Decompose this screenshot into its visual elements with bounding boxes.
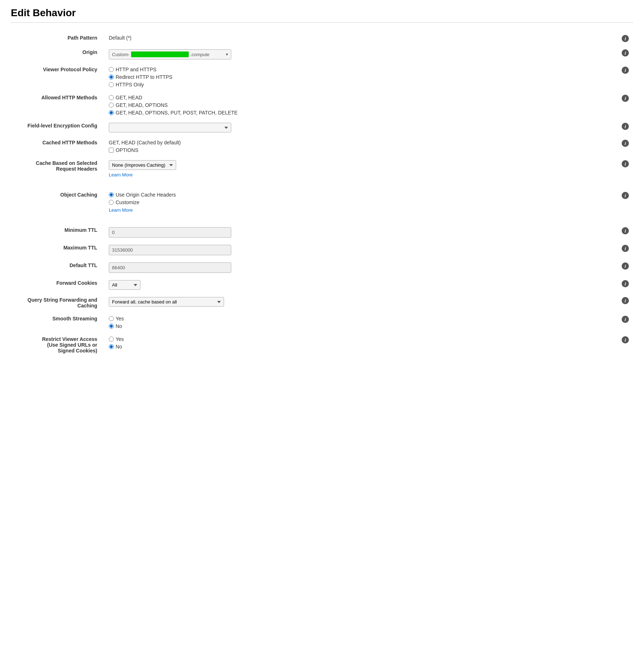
allowed-methods-get-head-radio[interactable] (109, 95, 114, 100)
restrict-viewer-yes[interactable]: Yes (109, 336, 613, 342)
query-string-label: Query String Forwarding and Caching (11, 293, 104, 312)
restrict-viewer-label-line1: Restrict Viewer Access (42, 336, 97, 342)
origin-info-icon[interactable]: i (622, 49, 629, 57)
allowed-methods-get-head-options-radio[interactable] (109, 103, 114, 108)
viewer-protocol-http-https-radio[interactable] (109, 67, 114, 72)
restrict-viewer-no-radio[interactable] (109, 344, 114, 349)
object-caching-origin[interactable]: Use Origin Cache Headers (109, 192, 613, 198)
viewer-protocol-redirect[interactable]: Redirect HTTP to HTTPS (109, 74, 613, 80)
object-caching-row: Object Caching Use Origin Cache Headers … (11, 188, 633, 216)
smooth-streaming-info-cell: i (617, 312, 633, 333)
forward-cookies-select[interactable]: None Whitelist All (109, 280, 140, 290)
cached-methods-options-input[interactable] (109, 148, 114, 153)
smooth-streaming-label: Smooth Streaming (11, 312, 104, 333)
origin-green-bar (131, 51, 189, 57)
viewer-protocol-https-only-radio[interactable] (109, 82, 114, 87)
max-ttl-info-icon[interactable]: i (622, 245, 629, 252)
default-ttl-info-icon[interactable]: i (622, 262, 629, 270)
object-caching-origin-label: Use Origin Cache Headers (116, 192, 176, 198)
field-encryption-label: Field-level Encryption Config (11, 119, 104, 136)
restrict-viewer-no-label: No (116, 344, 122, 350)
viewer-protocol-https-only-label: HTTPS Only (116, 82, 144, 87)
query-string-info-icon[interactable]: i (622, 297, 629, 304)
allowed-methods-label: Allowed HTTP Methods (11, 91, 104, 119)
path-pattern-label: Path Pattern (11, 31, 104, 46)
smooth-streaming-info-icon[interactable]: i (622, 316, 629, 323)
cache-headers-info-icon[interactable]: i (622, 160, 629, 167)
cached-methods-row: Cached HTTP Methods GET, HEAD (Cached by… (11, 136, 633, 157)
object-caching-origin-radio[interactable] (109, 192, 114, 197)
min-ttl-value-cell (104, 224, 617, 241)
object-caching-info-cell: i (617, 188, 633, 216)
smooth-streaming-no[interactable]: No (109, 323, 613, 329)
field-encryption-row: Field-level Encryption Config i (11, 119, 633, 136)
origin-label: Origin (11, 46, 104, 63)
min-ttl-label: Minimum TTL (11, 224, 104, 241)
viewer-protocol-https-only[interactable]: HTTPS Only (109, 82, 613, 87)
spacer-row (11, 181, 633, 188)
viewer-protocol-redirect-label: Redirect HTTP to HTTPS (116, 74, 173, 80)
viewer-protocol-info-icon[interactable]: i (622, 67, 629, 74)
smooth-streaming-no-radio[interactable] (109, 324, 114, 329)
allowed-methods-all-radio[interactable] (109, 110, 114, 115)
origin-prefix: Custom- (112, 52, 130, 57)
object-caching-customize-radio[interactable] (109, 200, 114, 205)
restrict-viewer-no[interactable]: No (109, 344, 613, 350)
cached-methods-static: GET, HEAD (Cached by default) (109, 140, 613, 145)
min-ttl-input[interactable] (109, 227, 231, 238)
cache-headers-row: Cache Based on Selected Request Headers … (11, 157, 633, 181)
viewer-protocol-row: Viewer Protocol Policy HTTP and HTTPS Re… (11, 63, 633, 91)
allowed-methods-value-cell: GET, HEAD GET, HEAD, OPTIONS GET, HEAD, … (104, 91, 617, 119)
default-ttl-row: Default TTL i (11, 259, 633, 276)
default-ttl-input[interactable] (109, 262, 231, 273)
origin-dropdown[interactable]: Custom- .compute ▾ (109, 49, 231, 59)
query-string-select[interactable]: Forward all, cache based on all Forward … (109, 297, 224, 307)
object-caching-customize[interactable]: Customize (109, 199, 613, 205)
cache-headers-value-cell: None (Improves Caching) Whitelist All Le… (104, 157, 617, 181)
allowed-methods-info-cell: i (617, 91, 633, 119)
min-ttl-row: Minimum TTL i (11, 224, 633, 241)
allowed-methods-all[interactable]: GET, HEAD, OPTIONS, PUT, POST, PATCH, DE… (109, 110, 613, 116)
spacer-row-2 (11, 216, 633, 224)
max-ttl-row: Maximum TTL i (11, 241, 633, 259)
default-ttl-info-cell: i (617, 259, 633, 276)
max-ttl-info-cell: i (617, 241, 633, 259)
forward-cookies-label: Forward Cookies (11, 276, 104, 293)
path-pattern-info-icon[interactable]: i (622, 35, 629, 42)
forward-cookies-info-cell: i (617, 276, 633, 293)
object-caching-info-icon[interactable]: i (622, 192, 629, 199)
smooth-streaming-yes[interactable]: Yes (109, 316, 613, 321)
origin-value-cell: Custom- .compute ▾ (104, 46, 617, 63)
path-pattern-text: Default (*) (109, 35, 131, 41)
object-caching-learn-more[interactable]: Learn More (109, 207, 613, 213)
cache-headers-label: Cache Based on Selected Request Headers (11, 157, 104, 181)
field-encryption-info-icon[interactable]: i (622, 123, 629, 130)
min-ttl-info-icon[interactable]: i (622, 227, 629, 234)
cached-methods-info-icon[interactable]: i (622, 140, 629, 147)
max-ttl-input[interactable] (109, 245, 231, 255)
viewer-protocol-radio-group: HTTP and HTTPS Redirect HTTP to HTTPS HT… (109, 67, 613, 87)
cached-methods-info-cell: i (617, 136, 633, 157)
allowed-methods-get-head-options[interactable]: GET, HEAD, OPTIONS (109, 102, 613, 108)
allowed-methods-info-icon[interactable]: i (622, 95, 629, 102)
forward-cookies-info-icon[interactable]: i (622, 280, 629, 287)
max-ttl-value-cell (104, 241, 617, 259)
cache-headers-learn-more[interactable]: Learn More (109, 172, 613, 177)
allowed-methods-get-head-label: GET, HEAD (116, 95, 142, 100)
cache-headers-info-cell: i (617, 157, 633, 181)
cached-methods-options-checkbox[interactable]: OPTIONS (109, 147, 613, 153)
field-encryption-value-cell (104, 119, 617, 136)
smooth-streaming-radio-group: Yes No (109, 316, 613, 329)
restrict-viewer-info-icon[interactable]: i (622, 336, 629, 343)
viewer-protocol-http-https[interactable]: HTTP and HTTPS (109, 67, 613, 72)
viewer-protocol-http-https-label: HTTP and HTTPS (116, 67, 156, 72)
field-encryption-select[interactable] (109, 123, 231, 132)
cache-headers-select[interactable]: None (Improves Caching) Whitelist All (109, 160, 176, 170)
cache-headers-label-line1: Cache Based on Selected (36, 160, 97, 166)
viewer-protocol-redirect-radio[interactable] (109, 75, 114, 80)
origin-suffix: .compute (190, 52, 209, 57)
path-pattern-row: Path Pattern Default (*) i (11, 31, 633, 46)
allowed-methods-get-head[interactable]: GET, HEAD (109, 95, 613, 100)
restrict-viewer-yes-radio[interactable] (109, 337, 114, 342)
smooth-streaming-yes-radio[interactable] (109, 316, 114, 321)
